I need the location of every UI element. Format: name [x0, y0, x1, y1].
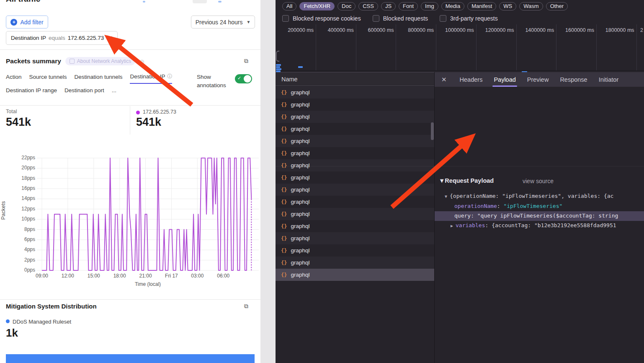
name-column-header[interactable]: Name — [276, 72, 434, 86]
request-name: graphql — [291, 126, 309, 132]
analytics-panel: All traffic + Add filter Previous 24 hou… — [0, 0, 260, 363]
tab-destination-port[interactable]: Destination port — [64, 87, 104, 96]
request-row[interactable]: {}graphql — [276, 123, 434, 135]
tab-action[interactable]: Action — [6, 73, 22, 84]
request-detail-tabbar: ✕ HeadersPayloadPreviewResponseInitiator — [435, 72, 644, 87]
total-value: 541k — [6, 116, 31, 129]
request-payload-title[interactable]: ▼Request Payload — [439, 177, 494, 184]
show-annotations-toggle[interactable]: ✓ — [235, 74, 252, 83]
filter-chip[interactable]: Destination IP equals 172.65.225.73 ✕ — [6, 31, 118, 45]
request-row[interactable]: {}graphql — [276, 171, 434, 184]
add-filter-button[interactable]: + Add filter — [6, 16, 48, 29]
page-background-gap — [260, 0, 276, 363]
network-overview-timeline[interactable]: 200000 ms400000 ms600000 ms800000 ms1000… — [276, 24, 644, 71]
y-tick-label: 10pps — [10, 216, 35, 222]
waterfall-bar[interactable] — [298, 66, 303, 68]
timeline-gridline — [596, 24, 597, 70]
request-row[interactable]: {}graphql — [276, 184, 434, 196]
filter-pill-js[interactable]: JS — [381, 2, 396, 10]
filter-pill-ws[interactable]: WS — [499, 2, 516, 10]
filter-pill-doc[interactable]: Doc — [337, 2, 355, 10]
tab-destination-ip-range[interactable]: Destination IP range — [6, 87, 57, 96]
divider — [0, 299, 260, 300]
y-tick-label: 2pps — [10, 257, 35, 263]
view-source-link[interactable]: view source — [523, 178, 554, 184]
tab-destination-tunnels[interactable]: Destination tunnels — [75, 73, 123, 84]
filter-pill-manifest[interactable]: Manifest — [467, 2, 496, 10]
detail-tab-initiator[interactable]: Initiator — [599, 72, 619, 87]
request-row[interactable]: {}graphql — [276, 86, 434, 99]
book-icon — [70, 59, 75, 64]
x-tick-label: 18:00 — [113, 273, 126, 279]
waterfall-bar[interactable] — [276, 66, 280, 68]
filter-pill-other[interactable]: Other — [546, 2, 568, 10]
checkbox[interactable] — [373, 15, 379, 22]
filter-pill-fetchxhr[interactable]: Fetch/XHR — [299, 2, 335, 10]
request-row[interactable]: {}graphql — [276, 196, 434, 208]
request-name: graphql — [291, 235, 309, 241]
checkbox-item: 3rd-party requests — [440, 15, 498, 22]
request-row[interactable]: {}graphql — [276, 135, 434, 147]
checkbox[interactable] — [440, 15, 446, 22]
request-row[interactable]: {}graphql — [276, 257, 434, 269]
request-row[interactable]: {}graphql — [276, 147, 434, 159]
series-label: 172.65.225.73 — [143, 109, 176, 115]
timeline-gridline — [396, 24, 396, 70]
request-row[interactable]: {}graphql — [276, 244, 434, 257]
mitigation-value: 1k — [6, 327, 18, 340]
tab-source-tunnels[interactable]: Source tunnels — [29, 73, 67, 84]
timeline-tick-label: 1600000 ms — [558, 27, 594, 33]
timeline-tick-label: 1200000 ms — [478, 27, 514, 33]
payload-line-root[interactable]: ▼ {operationName: "ipFlowTimeseries", va… — [445, 193, 613, 199]
detail-tab-headers[interactable]: Headers — [460, 72, 483, 87]
mitigation-title: Mitigation System Distribution — [6, 303, 97, 310]
request-row[interactable]: {}graphql — [276, 111, 434, 123]
request-name: graphql — [291, 259, 309, 266]
request-name: graphql — [291, 89, 309, 96]
filter-pill-wasm[interactable]: Wasm — [519, 2, 543, 10]
about-network-analytics-badge[interactable]: About Network Analytics — [65, 57, 135, 65]
time-range-dropdown[interactable]: Previous 24 hours ▼ — [191, 16, 255, 29]
tab--[interactable]: ... — [112, 87, 116, 96]
request-row[interactable]: {}graphql — [276, 269, 434, 281]
request-list-scrollbar[interactable] — [431, 122, 434, 140]
payload-line-query[interactable]: query: "query ipFlowTimeseries($accountT… — [454, 213, 618, 219]
request-row[interactable]: {}graphql — [276, 159, 434, 171]
timeline-gridline — [516, 24, 517, 70]
filter-pill-css[interactable]: CSS — [358, 2, 378, 10]
request-row[interactable]: {}graphql — [276, 208, 434, 220]
detail-tab-payload[interactable]: Payload — [494, 72, 515, 87]
request-row[interactable]: {}graphql — [276, 99, 434, 111]
timeline-gridline — [556, 24, 556, 70]
x-tick-label: 09:00 — [36, 273, 48, 279]
filter-field: Destination IP — [11, 35, 46, 41]
filter-pill-all[interactable]: All — [282, 2, 296, 10]
json-icon: {} — [281, 236, 287, 241]
detail-tab-preview[interactable]: Preview — [527, 72, 549, 87]
filter-pill-img[interactable]: Img — [421, 2, 438, 10]
payload-line-variables[interactable]: ▶ variables: {accountTag: "b12e3b2192ee5… — [451, 222, 616, 228]
dimension-tabs-row1: ActionSource tunnelsDestination tunnelsD… — [6, 73, 172, 84]
waterfall-bar[interactable] — [276, 64, 281, 66]
json-icon: {} — [281, 223, 287, 229]
request-row[interactable]: {}graphql — [276, 220, 434, 232]
mitigation-bar — [6, 354, 255, 363]
y-tick-label: 0pps — [10, 267, 35, 273]
checkbox-item: Blocked response cookies — [282, 15, 361, 22]
packets-line-chart — [0, 151, 260, 277]
filter-pill-media[interactable]: Media — [441, 2, 464, 10]
waterfall-bar[interactable] — [276, 68, 281, 70]
filter-pill-font[interactable]: Font — [399, 2, 418, 10]
request-row[interactable]: {}graphql — [276, 232, 434, 244]
json-icon: {} — [281, 90, 287, 96]
expand-panel-icon[interactable]: ⧉ — [244, 303, 248, 310]
expand-panel-icon[interactable]: ⧉ — [244, 57, 248, 65]
tab-destination-ip[interactable]: Destination IPⓘ — [130, 73, 172, 84]
timeline-gridline — [316, 24, 316, 70]
remove-filter-icon[interactable]: ✕ — [108, 35, 113, 41]
timeline-tick-label: 600000 ms — [358, 27, 394, 33]
detail-tab-response[interactable]: Response — [560, 72, 587, 87]
checkbox[interactable] — [282, 15, 289, 22]
section-title: Packets summary — [6, 57, 61, 65]
close-icon[interactable]: ✕ — [441, 76, 447, 83]
